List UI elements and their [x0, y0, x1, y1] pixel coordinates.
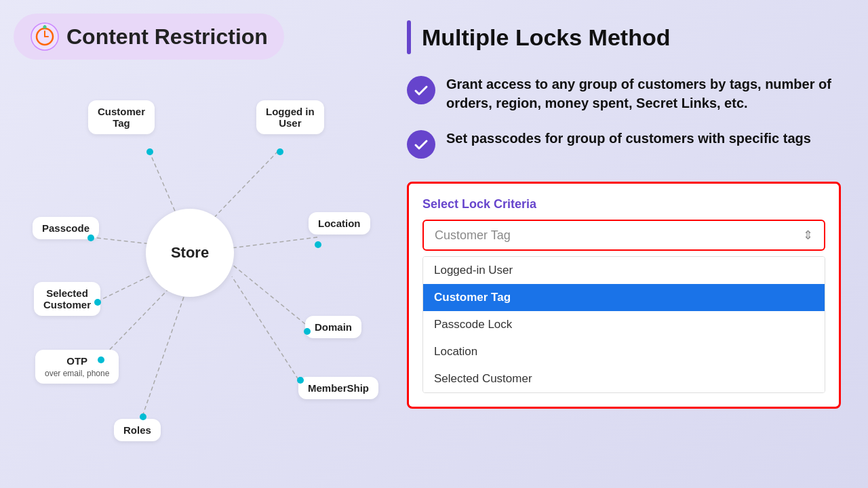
- option-passcode-lock[interactable]: Passcode Lock: [423, 311, 825, 338]
- check-icon-2: [407, 130, 435, 159]
- dot-membership: [297, 377, 304, 384]
- feature-item-1: Grant access to any group of customers b…: [407, 75, 841, 113]
- lock-criteria-select[interactable]: Customer Tag ⇕: [422, 220, 825, 251]
- dot-domain: [304, 328, 311, 335]
- lock-criteria-label: Select Lock Criteria: [422, 197, 825, 211]
- node-membership: MemberShip: [298, 377, 378, 399]
- dot-selected-customer: [94, 299, 101, 306]
- svg-line-13: [142, 283, 189, 416]
- node-otp: OTPover email, phone: [35, 350, 119, 384]
- lock-criteria-box: Select Lock Criteria Customer Tag ⇕ Logg…: [407, 182, 841, 409]
- dot-logged-in-user: [277, 148, 283, 155]
- section-title-text: Multiple Locks Method: [422, 24, 670, 51]
- left-panel: Content Restriction Store: [0, 0, 393, 488]
- check-icon-1: [407, 76, 435, 104]
- option-logged-in-user[interactable]: Logged-in User: [423, 257, 825, 284]
- checkmark-icon-1: [413, 82, 429, 98]
- dot-customer-tag: [146, 148, 153, 155]
- dot-location: [315, 241, 321, 248]
- checkmark-icon-2: [413, 136, 429, 152]
- feature-text-2: Set passcodes for group of customers wit…: [446, 129, 811, 148]
- node-customer-tag: CustomerTag: [88, 100, 155, 134]
- dropdown-options-list: Logged-in User Customer Tag Passcode Loc…: [422, 256, 825, 393]
- content-restriction-icon: [30, 22, 60, 52]
- header-badge: Content Restriction: [14, 14, 284, 60]
- node-selected-customer: SelectedCustomer: [34, 282, 100, 316]
- node-location: Location: [309, 212, 370, 235]
- option-customer-tag[interactable]: Customer Tag: [423, 284, 825, 311]
- option-selected-customer[interactable]: Selected Customer: [423, 365, 825, 392]
- option-location[interactable]: Location: [423, 338, 825, 365]
- store-node: Store: [146, 209, 234, 297]
- svg-line-12: [232, 277, 298, 380]
- mindmap-area: Store CustomerTag Logged inUser Passcode…: [14, 73, 380, 466]
- select-current-value: Customer Tag: [435, 228, 511, 243]
- node-domain: Domain: [305, 316, 361, 338]
- dot-passcode: [87, 235, 94, 241]
- right-panel: Multiple Locks Method Grant access to an…: [393, 0, 868, 488]
- select-arrow-icon: ⇕: [803, 228, 813, 243]
- feature-item-2: Set passcodes for group of customers wit…: [407, 129, 841, 159]
- header-title: Content Restriction: [66, 24, 268, 49]
- node-logged-in-user: Logged inUser: [256, 100, 324, 134]
- title-bar-accent: [407, 20, 411, 54]
- node-roles: Roles: [114, 419, 161, 441]
- dot-roles: [140, 413, 146, 420]
- dot-otp: [98, 357, 104, 363]
- svg-line-10: [232, 264, 305, 324]
- feature-text-1: Grant access to any group of customers b…: [446, 75, 841, 113]
- svg-line-8: [231, 237, 317, 248]
- section-title-row: Multiple Locks Method: [407, 20, 841, 54]
